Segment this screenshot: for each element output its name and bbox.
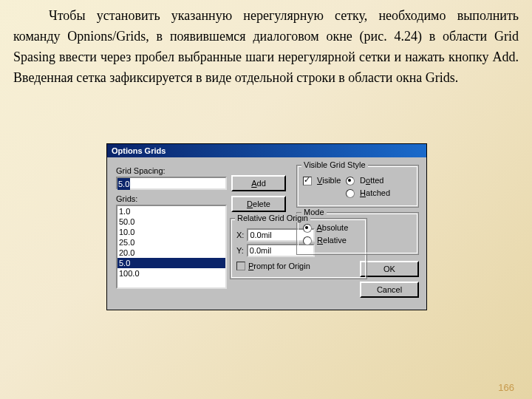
rgo-legend: Relative Grid Origin bbox=[235, 214, 310, 222]
rgo-y-label: Y: bbox=[236, 246, 244, 255]
list-item[interactable]: 50.0 bbox=[117, 216, 225, 227]
list-item[interactable]: 20.0 bbox=[117, 248, 225, 258]
dialog-titlebar: Options Grids bbox=[107, 144, 426, 157]
vgs-legend: Visible Grid Style bbox=[301, 160, 368, 169]
grid-spacing-value: 5.0 bbox=[117, 178, 130, 190]
list-item[interactable]: 1.0 bbox=[117, 206, 225, 216]
mode-legend: Mode bbox=[301, 208, 327, 216]
dotted-radio[interactable] bbox=[346, 177, 355, 185]
absolute-radio[interactable] bbox=[303, 224, 312, 233]
prompt-origin-checkbox[interactable] bbox=[236, 262, 245, 270]
list-item[interactable]: 10.0 bbox=[117, 227, 225, 237]
list-item[interactable]: 100.0 bbox=[117, 268, 225, 279]
dotted-label: Dotted bbox=[360, 176, 383, 185]
add-button[interactable]: Add bbox=[231, 175, 286, 191]
options-grids-dialog: Options Grids Grid Spacing: 5.0 Grids: 1… bbox=[106, 143, 427, 310]
grid-spacing-input[interactable]: 5.0 bbox=[116, 177, 227, 190]
visible-grid-style-group: Visible Grid Style Visible Dotted bbox=[296, 165, 419, 208]
grids-listbox[interactable]: 1.0 50.0 10.0 25.0 20.0 5.0 100.0 bbox=[116, 205, 227, 289]
body-paragraph: Чтобы установить указанную нерегулярную … bbox=[0, 0, 532, 89]
prompt-origin-label: Prompt for Origin bbox=[248, 262, 310, 270]
hatched-radio[interactable] bbox=[346, 189, 355, 198]
list-item[interactable]: 5.0 bbox=[117, 258, 225, 268]
visible-label: Visible bbox=[317, 176, 341, 185]
list-item[interactable]: 25.0 bbox=[117, 237, 225, 248]
grid-spacing-label: Grid Spacing: bbox=[116, 166, 227, 175]
visible-checkbox[interactable] bbox=[303, 177, 312, 185]
relative-radio[interactable] bbox=[303, 236, 312, 245]
absolute-label: Absolute bbox=[316, 223, 348, 232]
relative-label: Relative bbox=[317, 236, 347, 245]
mode-group: Mode Absolute Relative bbox=[296, 212, 419, 255]
grids-label: Grids: bbox=[116, 194, 227, 203]
delete-button[interactable]: Delete bbox=[231, 196, 286, 212]
page-number: 166 bbox=[498, 382, 514, 393]
cancel-button[interactable]: Cancel bbox=[360, 282, 419, 298]
rgo-x-label: X: bbox=[236, 231, 244, 239]
ok-button[interactable]: OK bbox=[360, 261, 419, 277]
hatched-label: Hatched bbox=[360, 188, 390, 197]
